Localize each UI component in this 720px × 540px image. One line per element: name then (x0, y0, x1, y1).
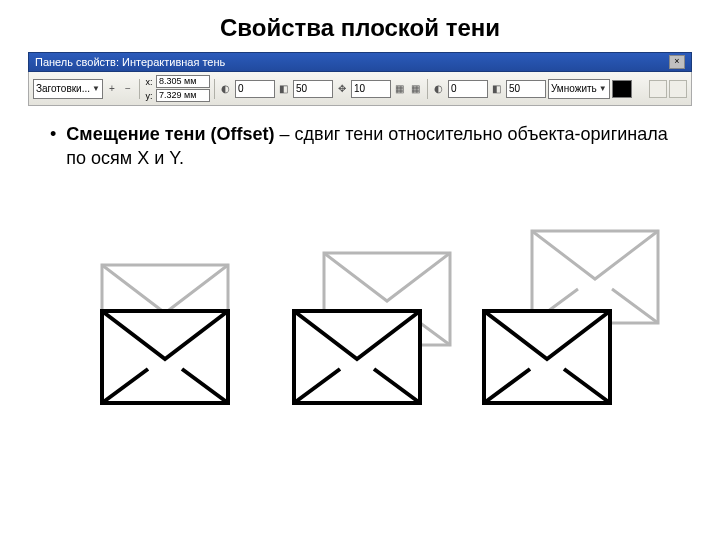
separator (214, 79, 215, 99)
direction-icon[interactable]: ▦ (393, 81, 407, 97)
opacity-icon: ◧ (277, 81, 291, 97)
close-icon[interactable]: × (669, 55, 685, 69)
offset-xy: x: 8.305 мм y: 7.329 мм (144, 75, 210, 102)
fade-icon: ◐ (432, 81, 446, 97)
angle-icon: ◐ (219, 81, 233, 97)
property-bar: Панель свойств: Интерактивная тень × Заг… (28, 52, 692, 106)
envelope-main-3 (482, 309, 612, 405)
blend-mode-combo[interactable]: Умножить ▼ (548, 79, 610, 99)
val-d-input[interactable]: 0 (448, 80, 488, 98)
opacity-b-input[interactable]: 50 (293, 80, 333, 98)
body-line: Смещение тени (Offset) – сдвиг тени отно… (66, 122, 670, 171)
chevron-down-icon: ▼ (599, 84, 607, 93)
property-bar-controls: Заготовки... ▼ + − x: 8.305 мм y: 7.329 … (28, 72, 692, 106)
preset-combo[interactable]: Заготовки... ▼ (33, 79, 103, 99)
feather-input[interactable]: 10 (351, 80, 391, 98)
add-preset-icon[interactable]: + (105, 81, 119, 97)
titlebar-text: Панель свойств: Интерактивная тень (35, 56, 225, 68)
slide-title: Свойства плоской тени (0, 14, 720, 42)
x-label: x: (144, 77, 154, 87)
body-text: • Смещение тени (Offset) – сдвиг тени от… (50, 122, 670, 171)
remove-preset-icon[interactable]: − (121, 81, 135, 97)
clear-shadow-icon[interactable] (669, 80, 687, 98)
edge-icon[interactable]: ▦ (409, 81, 423, 97)
envelope-main-1 (100, 309, 230, 405)
opacity-a-input[interactable]: 0 (235, 80, 275, 98)
separator (139, 79, 140, 99)
val-e-input[interactable]: 50 (506, 80, 546, 98)
property-bar-titlebar: Панель свойств: Интерактивная тень × (28, 52, 692, 72)
body-bold: Смещение тени (Offset) (66, 124, 274, 144)
color-swatch[interactable] (612, 80, 632, 98)
blend-mode-label: Умножить (551, 83, 597, 94)
envelope-main-2 (292, 309, 422, 405)
y-label: y: (144, 91, 154, 101)
bullet: • (50, 122, 56, 171)
chevron-down-icon: ▼ (92, 84, 100, 93)
copy-props-icon[interactable] (649, 80, 667, 98)
illustration (60, 201, 720, 451)
stretch-icon: ◧ (490, 81, 504, 97)
preset-label: Заготовки... (36, 83, 90, 94)
x-value[interactable]: 8.305 мм (156, 75, 210, 88)
y-value[interactable]: 7.329 мм (156, 89, 210, 102)
separator (427, 79, 428, 99)
feather-icon: ✥ (335, 81, 349, 97)
